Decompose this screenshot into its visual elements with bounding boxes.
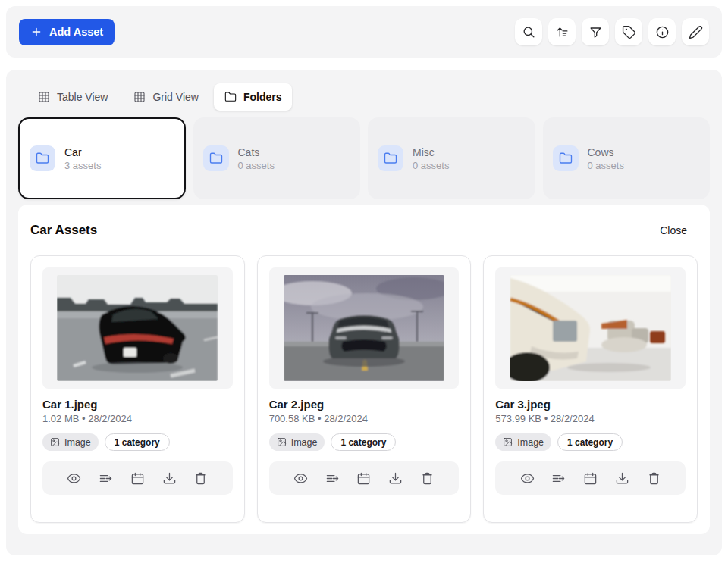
tab-grid-view-label: Grid View	[152, 91, 198, 103]
sort-button[interactable]	[548, 18, 576, 45]
asset-badges: Image 1 category	[269, 433, 460, 451]
asset-thumbnail[interactable]	[495, 267, 686, 389]
pencil-icon	[689, 25, 703, 39]
preview-button[interactable]	[64, 467, 85, 489]
folder-asset-count: 0 assets	[413, 160, 449, 171]
type-badge: Image	[269, 433, 325, 451]
folder-card-cows[interactable]: Cows 0 assets	[543, 117, 711, 199]
add-asset-button[interactable]: Add Asset	[19, 19, 115, 45]
category-badge[interactable]: 1 category	[105, 433, 170, 451]
search-icon	[522, 25, 536, 39]
close-button[interactable]: Close	[660, 224, 698, 236]
delete-button[interactable]	[416, 467, 438, 489]
assets-panel-title: Car Assets	[30, 223, 97, 238]
delete-button[interactable]	[190, 467, 212, 489]
category-badge-label: 1 category	[115, 437, 160, 448]
folder-card-car[interactable]: Car 3 assets	[18, 117, 186, 199]
filter-button[interactable]	[582, 18, 609, 45]
info-button[interactable]	[648, 18, 676, 45]
folder-icon-badge	[378, 145, 403, 171]
asset-image-black-car-highway	[57, 275, 218, 381]
asset-thumbnail[interactable]	[269, 267, 460, 389]
edit-button[interactable]	[682, 18, 709, 45]
asset-thumbnail[interactable]	[42, 267, 233, 389]
eye-icon	[520, 471, 535, 486]
schedule-button[interactable]	[353, 467, 375, 489]
category-badge[interactable]: 1 category	[557, 433, 623, 451]
tag-button[interactable]	[615, 18, 642, 45]
delete-button[interactable]	[643, 467, 664, 489]
add-asset-label: Add Asset	[49, 26, 103, 38]
search-button[interactable]	[515, 18, 542, 45]
tab-folders-label: Folders	[243, 91, 282, 103]
folder-asset-count: 3 assets	[64, 160, 101, 171]
download-button[interactable]	[158, 467, 180, 489]
calendar-icon	[356, 471, 371, 486]
top-toolbar: Add Asset	[6, 6, 722, 58]
move-button[interactable]	[322, 467, 343, 489]
image-icon	[503, 437, 513, 447]
tab-folders[interactable]: Folders	[214, 83, 293, 111]
asset-filename: Car 1.jpeg	[42, 398, 233, 411]
asset-badges: Image 1 category	[495, 433, 686, 451]
asset-image-classic-cars-showroom	[510, 275, 671, 381]
content-panel: Table View Grid View Folders Car 3 asset…	[6, 70, 722, 555]
assets-header: Car Assets Close	[30, 223, 698, 238]
image-icon	[50, 437, 60, 447]
asset-actions	[495, 461, 686, 495]
folder-icon	[559, 152, 573, 165]
asset-card-car1: Car 1.jpeg 1.02 MB • 28/2/2024 Image 1 c…	[30, 255, 245, 523]
type-badge: Image	[495, 433, 551, 451]
table-grid-icon	[38, 91, 50, 103]
asset-card-car3: Car 3.jpeg 573.99 KB • 28/2/2024 Image 1…	[483, 255, 698, 523]
download-icon	[162, 471, 177, 486]
tag-icon	[622, 25, 636, 39]
folder-name: Cats	[238, 145, 275, 159]
folder-assets-panel: Car Assets Close	[18, 205, 710, 534]
schedule-button[interactable]	[580, 467, 601, 489]
tab-grid-view[interactable]: Grid View	[123, 83, 209, 111]
move-to-list-icon	[99, 471, 113, 486]
move-button[interactable]	[96, 467, 117, 489]
asset-meta: 1.02 MB • 28/2/2024	[42, 413, 233, 424]
sort-ascending-icon	[555, 25, 570, 39]
download-button[interactable]	[611, 467, 632, 489]
eye-icon	[67, 471, 81, 486]
move-to-list-icon	[551, 471, 566, 486]
trash-icon	[193, 471, 208, 486]
schedule-button[interactable]	[127, 467, 148, 489]
category-badge[interactable]: 1 category	[331, 433, 396, 451]
asset-grid: Car 1.jpeg 1.02 MB • 28/2/2024 Image 1 c…	[30, 255, 698, 523]
toolbar-icon-group	[515, 18, 709, 45]
folder-card-misc[interactable]: Misc 0 assets	[368, 117, 535, 199]
folder-card-cats[interactable]: Cats 0 assets	[193, 117, 361, 199]
asset-image-muscle-car-front	[284, 275, 444, 381]
asset-meta: 573.99 KB • 28/2/2024	[495, 413, 686, 424]
trash-icon	[420, 471, 435, 486]
category-badge-label: 1 category	[340, 437, 386, 448]
folder-icon-badge	[30, 145, 55, 171]
folder-icon-badge	[203, 145, 229, 171]
download-button[interactable]	[385, 467, 406, 489]
asset-actions	[269, 461, 460, 495]
move-button[interactable]	[548, 467, 570, 489]
asset-card-car2: Car 2.jpeg 700.58 KB • 28/2/2024 Image 1…	[257, 255, 472, 523]
download-icon	[615, 471, 629, 486]
asset-meta: 700.58 KB • 28/2/2024	[269, 413, 460, 424]
folder-name: Misc	[413, 145, 449, 159]
calendar-icon	[130, 471, 145, 486]
folder-icon	[224, 91, 237, 103]
calendar-icon	[583, 471, 598, 486]
asset-filename: Car 3.jpeg	[495, 398, 686, 411]
grid-icon	[133, 91, 146, 103]
preview-button[interactable]	[290, 467, 311, 489]
folder-name: Cows	[588, 145, 624, 159]
plus-icon	[30, 26, 42, 38]
download-icon	[388, 471, 403, 486]
type-badge-label: Image	[64, 437, 91, 448]
tab-table-view[interactable]: Table View	[27, 83, 118, 111]
folder-list: Car 3 assets Cats 0 assets Misc 0 assets	[18, 117, 710, 199]
asset-actions	[42, 461, 233, 495]
folder-icon-badge	[553, 145, 579, 171]
preview-button[interactable]	[516, 467, 538, 489]
